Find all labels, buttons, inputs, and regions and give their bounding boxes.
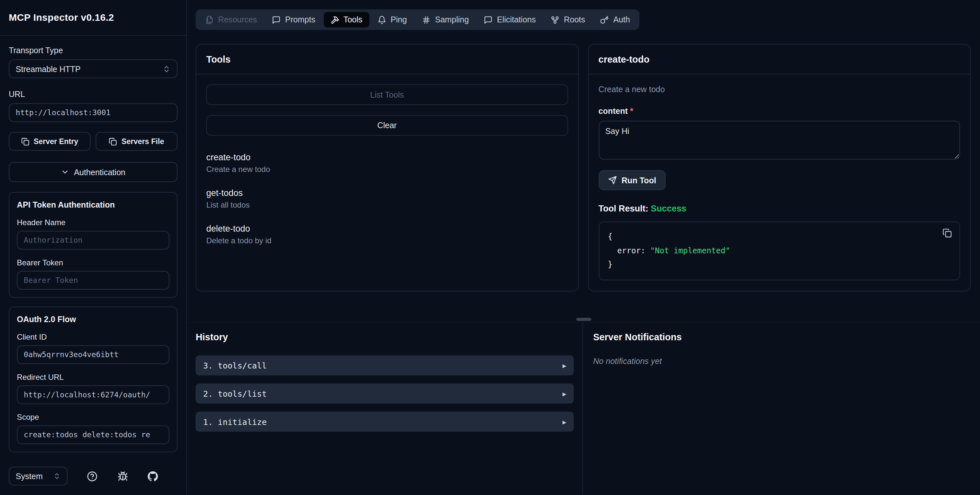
client-id-input[interactable] <box>17 345 170 364</box>
history-item-label: 2. tools/list <box>203 389 267 398</box>
tools-panel: Tools List Tools Clear create-todo Creat… <box>196 44 579 292</box>
code-line: error: "Not implemented" <box>608 244 951 257</box>
tab-prompts[interactable]: Prompts <box>265 12 322 27</box>
tool-list-item-delete-todo[interactable]: delete-todo Delete a todo by id <box>206 224 568 245</box>
list-tools-button[interactable]: List Tools <box>206 84 568 105</box>
clear-button[interactable]: Clear <box>206 115 568 136</box>
authentication-toggle[interactable]: Authentication <box>9 162 178 182</box>
servers-file-button[interactable]: Servers File <box>95 132 178 151</box>
top-row: Tools List Tools Clear create-todo Creat… <box>187 30 980 292</box>
tab-label: Roots <box>564 15 585 24</box>
github-icon[interactable] <box>148 471 158 481</box>
servers-file-label: Servers File <box>121 137 164 146</box>
code-key: error: <box>617 246 646 255</box>
tool-name: delete-todo <box>206 224 568 233</box>
client-id-label: Client ID <box>17 333 170 342</box>
tab-bar: Resources Prompts Tools Ping Sampling <box>196 10 640 30</box>
tool-list: create-todo Create a new todo get-todos … <box>206 152 568 245</box>
required-marker: * <box>630 106 633 116</box>
key-icon <box>600 15 609 24</box>
tab-label: Ping <box>390 15 407 24</box>
api-token-title: API Token Authentication <box>17 200 170 209</box>
tab-roots[interactable]: Roots <box>544 12 592 27</box>
chevrons-up-down-icon <box>162 65 170 73</box>
scope-input[interactable] <box>17 425 170 444</box>
oauth-title: OAuth 2.0 Flow <box>17 315 170 324</box>
theme-select[interactable]: System <box>9 467 67 485</box>
tool-result-code-block: { error: "Not implemented" } <box>598 222 960 280</box>
content-field-label: content * <box>598 106 960 116</box>
content-field-label-text: content <box>598 106 628 116</box>
help-icon[interactable] <box>87 471 98 481</box>
api-token-card: API Token Authentication Header Name Bea… <box>9 192 178 298</box>
history-item-label: 1. initialize <box>203 417 267 426</box>
history-item-tools-call[interactable]: 3. tools/call ▶ <box>196 355 574 375</box>
theme-select-value: System <box>16 471 43 481</box>
server-entry-label: Server Entry <box>34 137 78 146</box>
tool-list-item-get-todos[interactable]: get-todos List all todos <box>206 188 568 210</box>
history-list: 3. tools/call ▶ 2. tools/list ▶ 1. initi… <box>196 355 574 431</box>
bug-icon[interactable] <box>117 471 128 481</box>
tool-detail-title: create-todo <box>598 54 960 65</box>
content-textarea[interactable]: Say Hi <box>598 121 960 160</box>
tab-ping[interactable]: Ping <box>371 12 414 27</box>
roots-tree-icon <box>551 15 560 24</box>
tool-list-item-create-todo[interactable]: create-todo Create a new todo <box>206 152 568 174</box>
scope-label: Scope <box>17 413 170 422</box>
code-line: { <box>608 230 951 244</box>
tab-resources[interactable]: Resources <box>198 12 264 27</box>
history-item-tools-list[interactable]: 2. tools/list ▶ <box>196 383 574 404</box>
tools-panel-body: List Tools Clear create-todo Create a ne… <box>196 74 578 291</box>
tool-name: get-todos <box>206 188 568 198</box>
history-panel: History 3. tools/call ▶ 2. tools/list ▶ … <box>187 323 583 495</box>
bottom-row: History 3. tools/call ▶ 2. tools/list ▶ … <box>187 322 980 495</box>
tool-description: Delete a todo by id <box>206 236 568 245</box>
tab-tools[interactable]: Tools <box>323 12 369 27</box>
tool-result-label: Tool Result: <box>598 203 649 214</box>
sidebar-footer: System <box>0 459 186 495</box>
copy-result-icon[interactable] <box>942 228 952 238</box>
splitter-grip-handle[interactable] <box>576 318 591 321</box>
footer-icons <box>67 471 177 481</box>
server-notifications-title: Server Notifications <box>593 332 970 342</box>
chevrons-up-down-icon <box>53 472 60 480</box>
run-tool-label: Run Tool <box>622 176 656 185</box>
history-title: History <box>196 332 574 342</box>
tab-auth[interactable]: Auth <box>593 12 637 27</box>
expand-arrow-icon: ▶ <box>563 418 566 425</box>
redirect-url-input[interactable] <box>17 385 170 404</box>
server-notifications-panel: Server Notifications No notifications ye… <box>583 323 980 495</box>
history-item-initialize[interactable]: 1. initialize ▶ <box>196 412 574 432</box>
sidebar: MCP Inspector v0.16.2 Transport Type Str… <box>0 0 187 495</box>
files-icon <box>205 15 214 24</box>
header-name-label: Header Name <box>17 218 170 227</box>
header-name-input[interactable] <box>17 231 170 250</box>
tab-sampling[interactable]: Sampling <box>415 12 476 27</box>
run-tool-button[interactable]: Run Tool <box>598 170 666 190</box>
url-input[interactable] <box>9 103 178 122</box>
redirect-url-label: Redirect URL <box>17 373 170 382</box>
tabbar-wrap: Resources Prompts Tools Ping Sampling <box>187 0 980 30</box>
tool-detail-header: create-todo <box>589 45 970 75</box>
notifications-empty-text: No notifications yet <box>593 356 970 366</box>
copy-icon <box>21 137 29 145</box>
code-string-value: "Not implemented" <box>650 246 730 255</box>
tools-panel-header: Tools <box>196 45 578 75</box>
tool-description: Create a new todo <box>206 165 568 174</box>
server-entry-button[interactable]: Server Entry <box>9 132 91 151</box>
bearer-token-input[interactable] <box>17 271 170 290</box>
tab-label: Elicitations <box>497 15 536 24</box>
url-label: URL <box>9 89 178 99</box>
transport-type-select[interactable]: Streamable HTTP <box>9 59 178 78</box>
tab-label: Tools <box>344 15 363 24</box>
mcp-inspector-app: MCP Inspector v0.16.2 Transport Type Str… <box>0 0 980 495</box>
tool-detail-panel: create-todo Create a new todo content * … <box>588 44 970 292</box>
tool-name: create-todo <box>206 152 568 162</box>
history-item-label: 3. tools/call <box>203 361 267 370</box>
tab-elicitations[interactable]: Elicitations <box>477 12 543 27</box>
tool-detail-description: Create a new todo <box>598 84 960 94</box>
bearer-token-label: Bearer Token <box>17 258 170 267</box>
oauth-card: OAuth 2.0 Flow Client ID Redirect URL Sc… <box>9 307 178 452</box>
transport-type-label: Transport Type <box>9 46 178 55</box>
expand-arrow-icon: ▶ <box>563 390 566 397</box>
